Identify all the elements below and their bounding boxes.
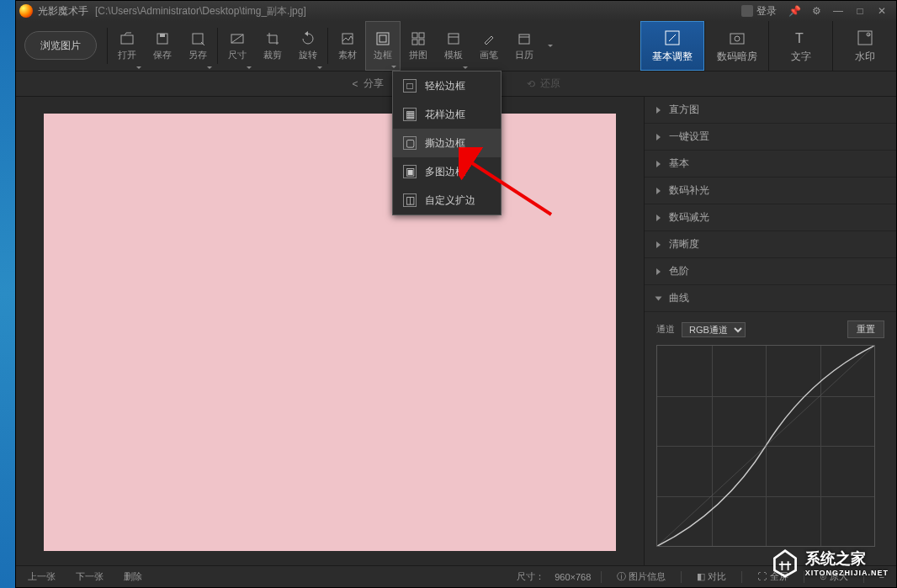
curve-editor[interactable] [656,345,875,547]
dd-multi-frame[interactable]: ▣多图边框 [393,157,501,186]
file-path: [C:\Users\Administrator\Desktop\timg_副本.… [95,4,306,19]
curves-panel: 通道 RGB通道 重置 [645,312,896,555]
image-info-button[interactable]: ⓘ 图片信息 [612,570,671,583]
watermark-text: 系统之家 [805,548,889,569]
image-canvas[interactable] [44,114,616,551]
watermark-url: XITONGZHIJIA.NET [805,569,889,577]
adjust-icon [662,28,682,48]
face-icon [741,5,753,17]
svg-rect-11 [419,40,424,45]
dd-pattern-frame[interactable]: ▦花样边框 [393,100,501,129]
material-icon [339,30,356,47]
acc-oneclick[interactable]: 一键设置 [645,124,896,151]
svg-text:T: T [795,31,804,45]
svg-text:+: + [868,32,871,37]
open-button[interactable]: 打开 [109,21,145,71]
toolbar-more[interactable] [542,21,559,71]
size-label: 尺寸： [517,570,544,583]
brush-button[interactable]: 画笔 [471,21,507,71]
dd-easy-frame[interactable]: □轻松边框 [393,72,501,100]
calendar-icon [516,30,533,47]
browse-images-button[interactable]: 浏览图片 [24,31,97,60]
svg-rect-0 [121,35,133,44]
frame-icon [374,30,391,47]
main-toolbar: 浏览图片 打开 保存 另存 尺寸 裁剪 旋转 素材 边框 拼图 模板 画笔 日历… [16,21,896,72]
size-value: 960×768 [555,572,591,582]
compare-button[interactable]: ◧ 对比 [692,570,731,583]
channel-select[interactable]: RGB通道 [682,322,746,337]
svg-rect-10 [412,40,417,45]
acc-histogram[interactable]: 直方图 [645,97,896,124]
titlebar: 光影魔术手 [C:\Users\Administrator\Desktop\ti… [16,1,896,21]
frame-dropdown: □轻松边框 ▦花样边框 ▢撕边边框 ▣多图边框 ◫自定义扩边 [392,71,502,215]
rotate-button[interactable]: 旋转 [290,21,326,71]
app-logo-icon [19,4,33,18]
svg-rect-6 [377,33,389,45]
prev-image-button[interactable]: 上一张 [23,570,61,583]
svg-rect-12 [448,34,459,44]
login-button[interactable]: 登录 [741,4,777,19]
easy-frame-icon: □ [403,79,417,93]
saveas-icon [189,30,206,47]
next-image-button[interactable]: 下一张 [71,570,109,583]
dd-torn-frame[interactable]: ▢撕边边框 [393,129,501,157]
svg-rect-14 [519,34,529,44]
template-button[interactable]: 模板 [436,21,471,71]
tab-text[interactable]: T文字 [768,21,832,71]
acc-fill-light[interactable]: 数码补光 [645,177,896,204]
crop-icon [264,30,281,47]
statusbar: 上一张 下一张 删除 尺寸： 960×768 ⓘ 图片信息 ◧ 对比 ⛶ 全屏 … [16,565,896,587]
puzzle-icon [410,30,427,47]
settings-button[interactable]: ⚙ [805,3,827,19]
right-panel: 直方图 一键设置 基本 数码补光 数码减光 清晰度 色阶 曲线 通道 RGB通道… [644,97,896,565]
close-button[interactable]: ✕ [871,3,893,19]
save-button[interactable]: 保存 [145,21,180,71]
acc-levels[interactable]: 色阶 [645,258,896,285]
canvas-area [16,97,644,565]
svg-point-18 [735,36,740,41]
maximize-button[interactable]: □ [849,3,871,19]
frame-button[interactable]: 边框 [365,21,401,71]
camera-icon [727,28,747,48]
acc-curves[interactable]: 曲线 [645,285,896,312]
reset-curves-button[interactable]: 重置 [847,320,884,338]
svg-rect-17 [730,34,744,44]
app-title: 光影魔术手 [38,4,88,19]
restore-icon: ⟲ [527,78,535,90]
torn-frame-icon: ▢ [403,136,417,150]
crop-button[interactable]: 裁剪 [255,21,290,71]
svg-rect-2 [160,34,165,37]
svg-rect-9 [419,33,424,38]
open-icon [119,30,135,47]
pin-button[interactable]: 📌 [783,3,805,19]
calendar-button[interactable]: 日历 [507,21,542,71]
svg-rect-5 [342,34,353,44]
acc-sharpness[interactable]: 清晰度 [645,231,896,258]
watermark-logo-icon [770,548,800,578]
page-watermark: 系统之家 XITONGZHIJIA.NET [770,548,889,578]
svg-rect-7 [380,35,386,42]
template-icon [445,30,462,47]
tab-watermark[interactable]: +水印 [832,21,896,71]
custom-frame-icon: ◫ [403,193,417,207]
dd-custom-frame[interactable]: ◫自定义扩边 [393,186,501,215]
material-button[interactable]: 素材 [330,21,365,71]
share-button[interactable]: <分享 [352,77,383,91]
acc-basic[interactable]: 基本 [645,151,896,177]
delete-button[interactable]: 删除 [119,570,147,583]
svg-line-23 [657,346,874,546]
right-tabs: 基本调整 数码暗房 T文字 +水印 [640,21,896,71]
acc-reduce-light[interactable]: 数码减光 [645,204,896,231]
tab-basic-adjust[interactable]: 基本调整 [640,21,704,71]
channel-label: 通道 [656,323,675,336]
save-icon [154,30,171,47]
puzzle-button[interactable]: 拼图 [401,21,436,71]
size-button[interactable]: 尺寸 [220,21,255,71]
login-label: 登录 [756,4,777,19]
tab-darkroom[interactable]: 数码暗房 [704,21,768,71]
restore-button[interactable]: ⟲还原 [527,77,560,91]
saveas-button[interactable]: 另存 [180,21,215,71]
minimize-button[interactable]: — [827,3,849,19]
svg-rect-8 [412,33,417,38]
brush-icon [480,30,497,47]
